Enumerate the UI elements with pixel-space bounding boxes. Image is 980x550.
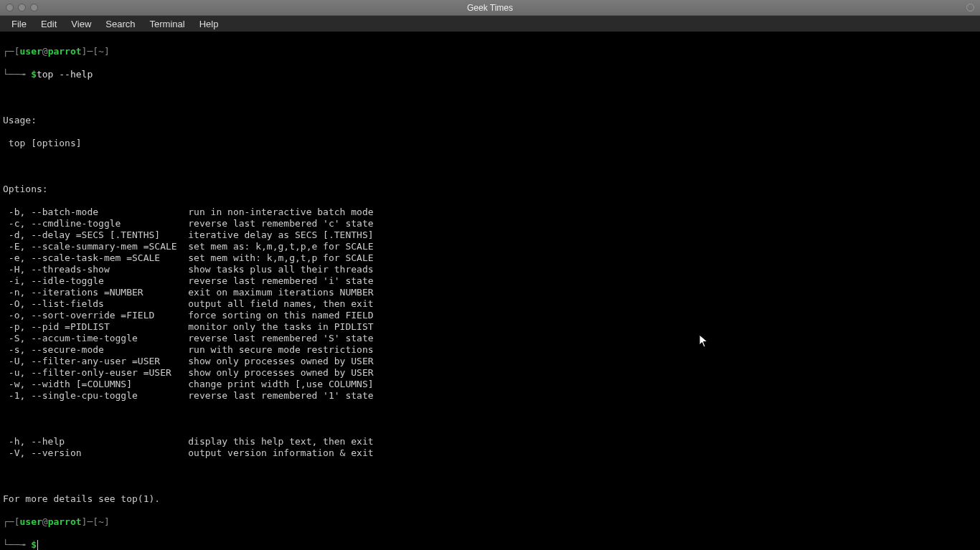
blank-line	[3, 161, 977, 172]
option-row: -1, --single-cpu-toggle reverse last rem…	[3, 390, 977, 402]
prompt-line-4: └──╼ $	[3, 539, 977, 550]
option-row: -H, --threads-show show tasks plus all t…	[3, 264, 977, 275]
menu-terminal[interactable]: Terminal	[143, 17, 192, 31]
option-row: -c, --cmdline-toggle reverse last rememb…	[3, 218, 977, 229]
maximize-window-button[interactable]	[30, 4, 38, 11]
menu-view[interactable]: View	[64, 17, 98, 31]
option-row: -s, --secure-mode run with secure mode r…	[3, 344, 977, 356]
window-titlebar: Geek Times	[0, 0, 980, 16]
option-row: -d, --delay =SECS [.TENTHS] iterative de…	[3, 229, 977, 241]
blank-line	[3, 92, 977, 103]
terminal-output[interactable]: ┌─[user@parrot]─[~] └──╼ $top --help Usa…	[0, 32, 980, 550]
options-list-2: -h, --help display this help text, then …	[3, 436, 977, 459]
option-row: -w, --width [=COLUMNS] change print widt…	[3, 379, 977, 390]
menu-edit[interactable]: Edit	[34, 17, 64, 31]
prompt-line-1: ┌─[user@parrot]─[~]	[3, 46, 977, 57]
option-row: -i, --idle-toggle reverse last remembere…	[3, 275, 977, 287]
menu-file[interactable]: File	[4, 17, 34, 31]
blank-line	[3, 413, 977, 425]
prompt-at: @	[42, 46, 48, 57]
prompt-path: ~	[98, 46, 104, 57]
option-row: -e, --scale-task-mem =SCALE set mem with…	[3, 252, 977, 264]
option-row: -S, --accum-time-toggle reverse last rem…	[3, 333, 977, 344]
option-row: -u, --filter-only-euser =USER show only …	[3, 367, 977, 379]
options-list: -b, --batch-mode run in non-interactive …	[3, 207, 977, 402]
prompt-line-3: ┌─[user@parrot]─[~]	[3, 516, 977, 528]
option-row: -V, --version output version information…	[3, 447, 977, 459]
minimize-window-button[interactable]	[18, 4, 26, 11]
option-row: -U, --filter-any-user =USER show only pr…	[3, 356, 977, 367]
usage-header: Usage:	[3, 115, 977, 126]
text-cursor	[37, 540, 38, 550]
menubar: File Edit View Search Terminal Help	[0, 16, 980, 32]
prompt-command: top --help	[37, 69, 93, 80]
prompt-host: parrot	[48, 46, 82, 57]
option-row: -E, --scale-summary-mem =SCALE set mem a…	[3, 241, 977, 252]
footer-line: For more details see top(1).	[3, 493, 977, 505]
prompt-line-2: └──╼ $top --help	[3, 69, 977, 80]
option-row: -b, --batch-mode run in non-interactive …	[3, 207, 977, 218]
option-row: -n, --iterations =NUMBER exit on maximum…	[3, 287, 977, 298]
window-controls	[0, 4, 38, 11]
option-row: -h, --help display this help text, then …	[3, 436, 977, 447]
blank-line	[3, 470, 977, 482]
option-row: -O, --list-fields output all field names…	[3, 298, 977, 310]
menu-search[interactable]: Search	[98, 17, 142, 31]
prompt-user: user	[19, 46, 42, 57]
usage-line: top [options]	[3, 138, 977, 149]
option-row: -o, --sort-override =FIELD force sorting…	[3, 310, 977, 321]
options-header: Options:	[3, 184, 977, 195]
option-row: -p, --pid =PIDLIST monitor only the task…	[3, 321, 977, 333]
prompt-dollar: $	[31, 69, 37, 80]
menu-help[interactable]: Help	[192, 17, 226, 31]
close-window-button[interactable]	[6, 4, 14, 11]
window-title: Geek Times	[467, 3, 513, 13]
window-title-right-icon	[966, 4, 974, 11]
